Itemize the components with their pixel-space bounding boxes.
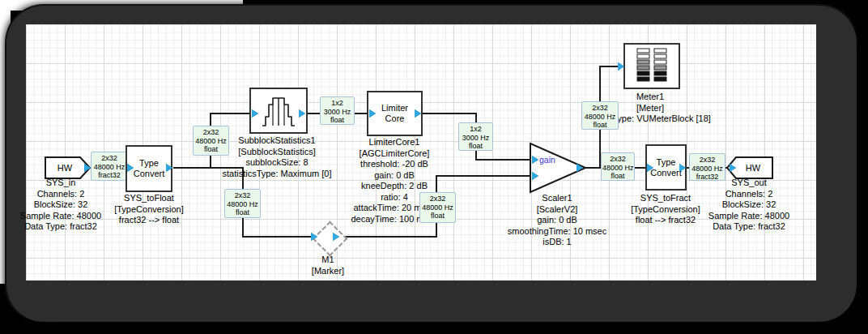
wire-branch-up-horizontal[interactable] bbox=[210, 113, 253, 114]
convert2-input-pin[interactable] bbox=[647, 164, 653, 172]
wire-bottom-to-marker[interactable] bbox=[242, 236, 315, 238]
hw-label: HW bbox=[45, 156, 85, 179]
convert1-output-pin[interactable] bbox=[166, 164, 172, 172]
marker-annotation: M1 [Marker] bbox=[296, 255, 360, 276]
wire-label-limiter-out: 1x2 3000 Hz float bbox=[458, 122, 493, 151]
wire-label-marker-to-scaler: 2x32 48000 Hz float bbox=[419, 192, 456, 223]
wire-label-out-fract: 2x32 48000 Hz fract32 bbox=[689, 153, 725, 181]
meter-input-pin[interactable] bbox=[618, 62, 624, 71]
sysout-annotation: SYS_out Channels: 2 BlockSize: 32 Sample… bbox=[688, 178, 810, 233]
scaler-output-pin[interactable] bbox=[577, 164, 583, 172]
wire-to-gain-pin[interactable] bbox=[475, 159, 532, 161]
wire-label-scaler-out: 2x32 48000 Hz float bbox=[601, 152, 635, 181]
marker-input-pin[interactable] bbox=[311, 233, 317, 241]
histogram-icon bbox=[259, 95, 298, 127]
wire-marker-out[interactable] bbox=[342, 236, 437, 238]
wire-label-to-marker: 2x32 48000 Hz float bbox=[224, 189, 261, 218]
gain-pin-label: gain bbox=[539, 155, 555, 165]
wire-label-in-fract: 2x32 48000 Hz fract32 bbox=[91, 152, 128, 181]
marker-output-pin[interactable] bbox=[333, 233, 339, 241]
wire-label-stats-out: 1x2 3000 Hz float bbox=[320, 96, 355, 125]
scaler-input-pin[interactable] bbox=[532, 172, 538, 180]
stats-output-pin[interactable] bbox=[299, 109, 305, 118]
hw-label: HW bbox=[733, 156, 773, 179]
sys-tofloat-annotation: SYS_toFloat [TypeConversion] fract32 -->… bbox=[92, 193, 206, 226]
convert2-output-pin[interactable] bbox=[679, 164, 686, 172]
limiter-input-pin[interactable] bbox=[369, 109, 376, 118]
stats-input-pin[interactable] bbox=[252, 109, 258, 118]
scaler-gain-pin[interactable] bbox=[532, 156, 538, 164]
vu-meter-icon bbox=[636, 48, 668, 84]
sysout-input-pin[interactable] bbox=[730, 164, 736, 172]
convert1-input-pin[interactable] bbox=[127, 164, 134, 172]
wire-label-to-meter: 2x32 48000 Hz float bbox=[581, 101, 619, 130]
limiter-output-pin[interactable] bbox=[415, 109, 421, 118]
wire-limiter-out[interactable] bbox=[423, 113, 477, 114]
sysin-output-pin[interactable] bbox=[84, 164, 91, 172]
meter-block[interactable] bbox=[623, 43, 680, 89]
wire-label-to-stats: 2x32 48000 Hz float bbox=[193, 126, 229, 156]
